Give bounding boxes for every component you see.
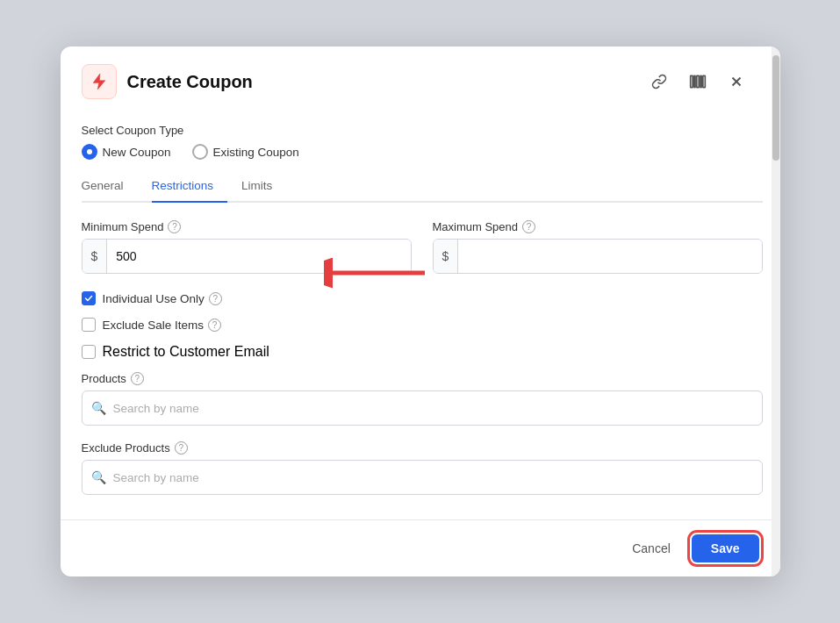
- exclude-products-search-input[interactable]: [113, 471, 753, 484]
- min-spend-help-icon[interactable]: ?: [168, 220, 181, 233]
- individual-use-checkbox-group[interactable]: Individual Use Only ?: [82, 291, 763, 305]
- tabs: General Restrictions Limits: [82, 172, 763, 203]
- barcode-icon: [689, 73, 707, 90]
- close-icon: [729, 74, 744, 90]
- max-spend-input[interactable]: [458, 240, 761, 273]
- min-spend-label: Minimum Spend ?: [82, 220, 412, 233]
- radio-label-new: New Coupon: [103, 146, 171, 159]
- tab-limits[interactable]: Limits: [241, 172, 286, 203]
- radio-existing-coupon[interactable]: Existing Coupon: [192, 144, 299, 160]
- products-search-icon: 🔍: [91, 401, 106, 415]
- max-spend-input-wrap: $: [433, 239, 763, 274]
- products-search-wrap: 🔍: [82, 390, 763, 426]
- modal-overlay: Create Coupon: [0, 0, 840, 623]
- max-spend-label: Maximum Spend ?: [433, 220, 763, 233]
- products-section: Products ? 🔍: [82, 372, 763, 426]
- modal-title: Create Coupon: [127, 72, 645, 92]
- max-spend-help-icon[interactable]: ?: [522, 220, 535, 233]
- exclude-products-search-icon: 🔍: [91, 470, 106, 484]
- max-spend-group: Maximum Spend ? $: [433, 220, 763, 274]
- min-spend-group: Minimum Spend ? $: [82, 220, 412, 274]
- create-coupon-modal: Create Coupon: [61, 47, 780, 576]
- products-help-icon[interactable]: ?: [131, 372, 144, 385]
- individual-use-label-wrap: Individual Use Only ?: [103, 292, 222, 305]
- min-spend-prefix: $: [83, 240, 108, 273]
- radio-label-existing: Existing Coupon: [213, 146, 299, 159]
- svg-rect-4: [696, 75, 699, 87]
- spend-row: Minimum Spend ? $ Maximum Spend ? $: [82, 220, 763, 274]
- scrollbar-thumb[interactable]: [772, 55, 779, 161]
- tab-general[interactable]: General: [82, 172, 138, 203]
- exclude-sale-checkbox-group[interactable]: Exclude Sale Items ?: [82, 318, 763, 332]
- restrict-email-checkbox-group[interactable]: Restrict to Customer Email: [82, 344, 763, 360]
- tab-restrictions[interactable]: Restrictions: [152, 172, 228, 203]
- modal-footer: Cancel Save: [61, 519, 780, 576]
- header-actions: [645, 68, 750, 96]
- radio-circle-existing: [192, 144, 208, 160]
- restrict-email-checkbox[interactable]: [82, 345, 96, 359]
- exclude-sale-help-icon[interactable]: ?: [208, 319, 221, 332]
- radio-new-coupon[interactable]: New Coupon: [82, 144, 171, 160]
- check-icon: [84, 294, 93, 303]
- modal-body: Select Coupon Type New Coupon Existing C…: [61, 113, 780, 519]
- exclude-sale-checkbox[interactable]: [82, 318, 96, 332]
- coupon-type-section: Select Coupon Type New Coupon Existing C…: [82, 124, 763, 160]
- individual-use-checkbox[interactable]: [82, 291, 96, 305]
- individual-use-help-icon[interactable]: ?: [209, 292, 222, 305]
- individual-use-label: Individual Use Only: [103, 292, 205, 305]
- svg-rect-5: [700, 75, 700, 87]
- min-spend-input-wrap: $: [82, 239, 412, 274]
- exclude-sale-label-wrap: Exclude Sale Items ?: [103, 319, 222, 332]
- cancel-button[interactable]: Cancel: [621, 534, 681, 562]
- close-button[interactable]: [722, 68, 750, 96]
- exclude-products-label: Exclude Products ?: [82, 441, 763, 455]
- exclude-products-section: Exclude Products ? 🔍: [82, 441, 763, 495]
- coupon-type-label: Select Coupon Type: [82, 124, 763, 137]
- restrict-email-label: Restrict to Customer Email: [103, 344, 269, 360]
- link-icon: [651, 74, 667, 90]
- modal-icon: [82, 64, 117, 99]
- svg-rect-2: [690, 75, 693, 87]
- radio-circle-new: [82, 144, 97, 160]
- products-search-input[interactable]: [113, 402, 753, 415]
- save-button[interactable]: Save: [692, 534, 759, 562]
- svg-rect-3: [693, 75, 694, 87]
- svg-rect-6: [702, 75, 705, 87]
- modal-header: Create Coupon: [61, 47, 780, 113]
- link-icon-button[interactable]: [645, 68, 673, 96]
- radio-group: New Coupon Existing Coupon: [82, 144, 763, 160]
- products-label: Products ?: [82, 372, 763, 385]
- exclude-products-search-wrap: 🔍: [82, 460, 763, 495]
- exclude-products-help-icon[interactable]: ?: [175, 441, 188, 455]
- bolt-icon: [90, 72, 109, 91]
- barcode-icon-button[interactable]: [684, 68, 712, 96]
- exclude-sale-label: Exclude Sale Items: [103, 319, 205, 332]
- min-spend-input[interactable]: [107, 240, 410, 273]
- max-spend-prefix: $: [434, 240, 459, 273]
